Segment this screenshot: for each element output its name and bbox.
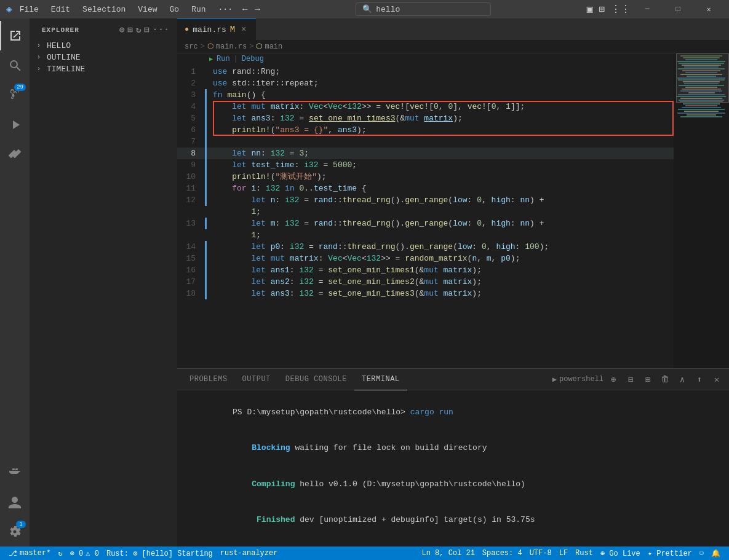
activity-run[interactable]: [0, 109, 30, 139]
search-bar[interactable]: 🔍 hello: [356, 2, 491, 16]
line-content-13b: 1;: [213, 229, 674, 241]
status-notifications[interactable]: 🔔: [707, 546, 724, 560]
panel-tab-terminal[interactable]: TERMINAL: [354, 369, 407, 390]
menu-selection[interactable]: Selection: [80, 4, 128, 15]
line-num-12: 12: [177, 194, 203, 206]
line-content-15: let mut matrix: Vec<Vec<i32>> = random_m…: [213, 253, 674, 264]
sidebar-title: Explorer: [42, 26, 79, 34]
activity-extensions[interactable]: [0, 139, 30, 168]
menu-edit[interactable]: Edit: [49, 4, 73, 15]
status-errors[interactable]: ⊗ 0 ⚠ 0: [66, 546, 103, 560]
activity-explorer[interactable]: [0, 21, 30, 50]
line-num-11: 11: [177, 183, 203, 194]
minimize-button[interactable]: —: [633, 0, 661, 18]
layout-2-icon[interactable]: ⊞: [596, 3, 607, 15]
close-button[interactable]: ✕: [695, 0, 723, 18]
panel-maximize-button[interactable]: ⬆: [692, 372, 707, 387]
menu-more[interactable]: ···: [216, 4, 235, 15]
line-content-12a: let n: i32 = rand::thread_rng().gen_rang…: [213, 194, 674, 206]
sidebar-item-timeline[interactable]: › TIMELINE: [30, 63, 177, 75]
run-link[interactable]: Run: [217, 55, 230, 63]
code-editor[interactable]: 1 use rand::Rng; 2 use std::iter::repeat…: [177, 66, 674, 368]
menu-go[interactable]: Go: [167, 4, 182, 15]
new-terminal-button[interactable]: ⊕: [606, 372, 621, 387]
line-num-14: 14: [177, 241, 203, 253]
status-cursor[interactable]: Ln 8, Col 21: [418, 546, 478, 560]
activity-account[interactable]: [0, 487, 30, 517]
shell-name: powershell: [559, 375, 604, 384]
activity-search[interactable]: [0, 50, 30, 80]
activity-settings[interactable]: 1: [0, 517, 30, 546]
line-content-2: use std::iter::repeat;: [213, 77, 674, 89]
rust-file-icon: ●: [185, 25, 189, 34]
code-line-12b: 1;: [177, 206, 674, 218]
status-sync[interactable]: ↻: [54, 546, 66, 560]
collapse-icon[interactable]: ⊟: [144, 25, 149, 35]
line-content-13a: let m: i32 = rand::thread_rng().gen_rang…: [213, 218, 674, 229]
split-terminal-button[interactable]: ⊟: [623, 372, 638, 387]
status-branch[interactable]: ⎇ master*: [5, 546, 54, 560]
nav-back[interactable]: ←: [240, 3, 250, 15]
sidebar-item-hello[interactable]: › HELLO: [30, 40, 177, 52]
breadcrumb-file[interactable]: ⬡ main.rs: [207, 42, 247, 51]
terminal-content[interactable]: PS D:\mysetup\gopath\rustcode\hello> car…: [177, 390, 729, 546]
notifications-icon: 🔔: [711, 549, 720, 558]
status-prettier[interactable]: ✦ Prettier: [644, 546, 696, 560]
nav-forward[interactable]: →: [252, 3, 262, 15]
shell-icon: ▶: [552, 375, 557, 384]
maximize-button[interactable]: □: [664, 0, 692, 18]
line-content-14: let p0: i32 = rand::thread_rng().gen_ran…: [213, 241, 674, 253]
menu-file[interactable]: File: [17, 4, 41, 15]
panel-tab-debug-console[interactable]: DEBUG CONSOLE: [278, 369, 354, 390]
line-num-7: 7: [177, 136, 203, 148]
activity-source-control[interactable]: 29: [0, 80, 30, 109]
tab-main-rs[interactable]: ● main.rs M ×: [177, 18, 256, 40]
editor-with-minimap: ▶ Run | Debug 1 use rand::Rng; 2: [177, 53, 729, 368]
status-spaces[interactable]: Spaces: 4: [479, 546, 526, 560]
status-language[interactable]: Rust: [572, 546, 597, 560]
status-go-live[interactable]: ⊕ Go Live: [597, 546, 644, 560]
line-num-5: 5: [177, 112, 203, 124]
panel-tab-problems[interactable]: PROBLEMS: [182, 369, 235, 390]
chevron-right-icon: ›: [37, 42, 44, 49]
refresh-icon[interactable]: ↻: [136, 25, 141, 35]
status-feedback[interactable]: ☺: [696, 546, 707, 560]
activity-docker[interactable]: [0, 458, 30, 487]
panel-up-button[interactable]: ∧: [675, 372, 690, 387]
sidebar-header-icons: ⊕ ⊞ ↻ ⊟ ···: [119, 25, 170, 35]
panel-tab-output[interactable]: OUTPUT: [235, 369, 278, 390]
panel-close-button[interactable]: ✕: [709, 372, 724, 387]
status-encoding[interactable]: UTF-8: [526, 546, 556, 560]
line-content-5: let ans3: i32 = set_one_min_times3(&mut …: [213, 112, 674, 124]
debug-link[interactable]: Debug: [242, 55, 264, 63]
layout-1-icon[interactable]: ▣: [584, 3, 596, 15]
tab-close-button[interactable]: ×: [239, 25, 249, 34]
gutter-9: [203, 159, 213, 171]
status-rust-analyzer[interactable]: rust-analyzer: [217, 546, 282, 560]
status-line-ending[interactable]: LF: [556, 546, 572, 560]
layout-3-icon[interactable]: ⋮⋮: [608, 3, 633, 15]
new-folder-icon[interactable]: ⊞: [127, 25, 133, 35]
function-icon: ⬡: [256, 42, 262, 51]
kill-terminal-button[interactable]: 🗑: [658, 372, 672, 387]
panel-controls: ▶ powershell ⊕ ⊟ ⊞ 🗑 ∧ ⬆ ✕: [552, 372, 724, 387]
more-icon[interactable]: ···: [153, 25, 170, 35]
breadcrumb-src[interactable]: src: [185, 42, 198, 51]
source-control-badge: 29: [14, 84, 26, 91]
menu-run[interactable]: Run: [189, 4, 208, 15]
gutter-1: [203, 66, 213, 77]
sidebar-item-outline[interactable]: › OUTLINE: [30, 52, 177, 63]
highlighted-block: 4 let mut matrix: Vec<Vec<i32>> = vec![v…: [177, 101, 674, 136]
code-line-1: 1 use rand::Rng;: [177, 66, 674, 77]
breadcrumb-function[interactable]: ⬡ main: [256, 42, 282, 51]
gutter-14: [203, 241, 213, 253]
gutter-12: [203, 194, 213, 206]
run-debug-sep: |: [234, 55, 238, 63]
status-rust-info[interactable]: Rust: ⚙ [hello] Starting: [103, 546, 217, 560]
panel-layout-button[interactable]: ⊞: [640, 372, 655, 387]
gutter-5: [203, 112, 213, 124]
window-controls: — □ ✕: [633, 0, 723, 18]
terminal-line-3: Compiling hello v0.1.0 (D:\mysetup\gopat…: [185, 466, 722, 502]
new-file-icon[interactable]: ⊕: [119, 25, 125, 35]
menu-view[interactable]: View: [135, 4, 159, 15]
